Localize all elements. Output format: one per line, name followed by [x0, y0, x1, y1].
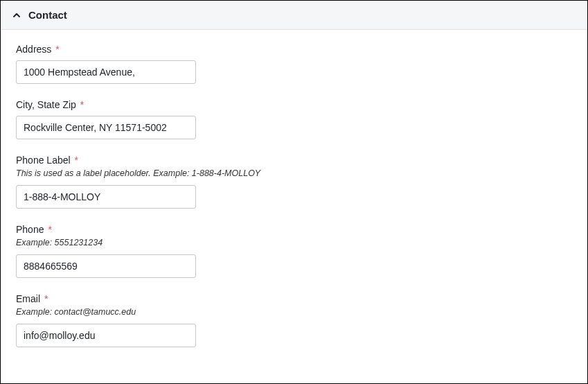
address-label-text: Address: [16, 44, 51, 55]
city-state-zip-label: City, State Zip *: [16, 99, 572, 110]
form-group-email: Email * Example: contact@tamucc.edu: [16, 293, 572, 347]
address-input[interactable]: [16, 60, 196, 84]
form-group-phone: Phone * Example: 5551231234: [16, 224, 572, 278]
email-label-text: Email: [16, 293, 40, 304]
city-state-zip-label-text: City, State Zip: [16, 99, 76, 110]
email-input[interactable]: [16, 324, 196, 347]
form-group-city-state-zip: City, State Zip *: [16, 99, 572, 139]
required-mark: *: [75, 155, 78, 166]
chevron-up-icon: [12, 10, 21, 20]
phone-help: Example: 5551231234: [16, 238, 572, 247]
required-mark: *: [48, 224, 51, 235]
phone-input[interactable]: [16, 254, 196, 278]
form-group-phone-label: Phone Label * This is used as a label pl…: [16, 155, 572, 209]
address-label: Address *: [16, 44, 572, 55]
phone-label-label: Phone Label *: [16, 155, 572, 166]
required-mark: *: [44, 293, 48, 304]
section-header-contact[interactable]: Contact: [1, 1, 587, 30]
form-group-address: Address *: [16, 44, 572, 84]
phone-label-text: Phone: [16, 224, 44, 235]
email-label: Email *: [16, 293, 572, 304]
required-mark: *: [80, 99, 84, 110]
section-title: Contact: [28, 9, 67, 21]
phone-label: Phone *: [16, 224, 572, 235]
phone-label-input[interactable]: [16, 185, 196, 209]
phone-label-label-text: Phone Label: [16, 155, 71, 166]
phone-label-help: This is used as a label placeholder. Exa…: [16, 168, 572, 178]
city-state-zip-input[interactable]: [16, 116, 196, 139]
form-body: Address * City, State Zip * Phone Label …: [1, 30, 587, 376]
email-help: Example: contact@tamucc.edu: [16, 307, 572, 317]
required-mark: *: [55, 44, 59, 55]
